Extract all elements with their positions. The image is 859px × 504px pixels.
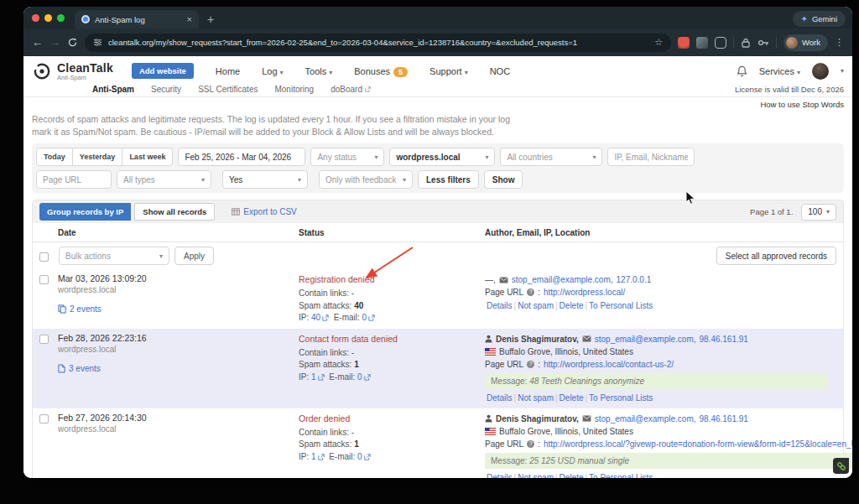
status-select[interactable]: Any status▾ [310,148,384,166]
back-icon[interactable]: ← [32,36,43,49]
close-window-button[interactable] [32,14,39,22]
url-text[interactable]: cleantalk.org/my/show_requests?start_fro… [108,38,648,47]
stop-words-help-link[interactable]: How to use Stop Words [760,100,844,109]
tab-monitoring[interactable]: Monitoring [274,85,314,94]
page-size-select[interactable]: 100▾ [801,204,836,221]
address-bar[interactable]: cleantalk.org/my/show_requests?start_fro… [85,34,671,52]
record-email-link[interactable]: stop_email@example.com, [595,413,696,425]
export-csv-link[interactable]: Export to CSV [232,207,296,216]
events-link[interactable]: 3 events [58,364,299,373]
nav-home[interactable]: Home [216,66,240,76]
tab-close-icon[interactable]: × [187,14,192,24]
today-button[interactable]: Today [36,148,73,166]
record-ip-link[interactable]: 98.46.161.91 [700,333,748,346]
extensions-puzzle-icon[interactable] [715,37,726,49]
email-records-link[interactable]: 0 [362,312,376,325]
bulk-actions-select[interactable]: Bulk actions▾ [59,247,169,265]
bookmark-star-icon[interactable]: ☆ [654,37,663,48]
site-settings-icon[interactable] [93,38,102,47]
details-link[interactable]: Details [487,393,513,403]
reload-icon[interactable] [67,37,78,48]
website-select[interactable]: wordpress.local▾ [389,148,495,166]
tab-security[interactable]: Security [151,85,181,94]
help-icon[interactable]: ? [527,288,534,296]
record-page-url-link[interactable]: http://wordpress.local/contact-us-2/ [544,358,674,371]
delete-link[interactable]: Delete [560,393,584,403]
row-checkbox[interactable] [39,335,49,344]
browser-profile-button[interactable]: Work [784,34,828,51]
user-avatar[interactable] [812,63,829,80]
page-url-input[interactable]: Page URL [36,170,112,189]
record-email-link[interactable]: stop_email@example.com, [512,273,613,286]
email-records-link[interactable]: 0 [357,372,371,384]
cleantalk-logo[interactable]: CleanTalk Anti-Spam [32,61,113,81]
ip-records-link[interactable]: 40 [311,312,329,325]
extension-icon[interactable] [696,37,708,49]
maximize-window-button[interactable] [57,14,65,22]
new-tab-button[interactable]: + [207,13,214,29]
record-page-url-link[interactable]: http://wordpress.local/ [544,286,625,299]
external-link-icon [318,374,325,381]
window-controls[interactable] [30,7,70,29]
nav-support[interactable]: Support▾ [430,66,468,76]
services-menu[interactable]: Services ▾ [759,66,800,76]
chevron-down-icon[interactable]: ▾ [841,67,844,75]
less-filters-button[interactable]: Less filters [418,170,479,189]
row-checkbox[interactable] [39,275,49,284]
tab-ssl-certificates[interactable]: SSL Certificates [198,85,258,94]
tab-doboard[interactable]: doBoard [331,85,371,94]
us-flag-icon [485,348,496,356]
ip-records-link[interactable]: 1 [311,451,325,464]
row-checkbox[interactable] [39,414,49,423]
browser-menu-icon[interactable]: ⋮ [835,37,844,48]
email-records-link[interactable]: 0 [357,451,371,464]
date-range-input[interactable]: Feb 25, 2026 - Mar 04, 2026 [178,148,305,166]
browser-tab[interactable]: Anti-Spam log × [75,10,199,29]
feedback-select[interactable]: Only with feedback▾ [319,170,413,189]
record-ip-link[interactable]: 98.46.161.91 [700,413,748,425]
show-button[interactable]: Show [484,170,523,189]
ip-email-nickname-input[interactable]: IP, Email, Nickname [607,148,695,166]
country-select[interactable]: All countries▾ [500,148,602,166]
spam-only-select[interactable]: Yes▾ [222,170,308,189]
details-link[interactable]: Details [487,473,513,478]
nav-noc[interactable]: NOC [490,66,510,76]
minimize-window-button[interactable] [44,14,52,22]
select-all-approved-button[interactable]: Select all approved records [716,247,836,265]
details-link[interactable]: Details [487,301,513,310]
not-spam-link[interactable]: Not spam [518,393,554,403]
last-week-button[interactable]: Last week [122,148,173,166]
password-key-icon[interactable] [757,39,769,47]
to-personal-lists-link[interactable]: To Personal Lists [589,393,653,403]
record-page-url-link[interactable]: http://wordpress.local/?givewp-route=don… [544,438,852,450]
lock-badge-icon[interactable] [741,38,751,48]
forward-icon[interactable]: → [49,36,60,49]
help-icon[interactable]: ? [527,440,534,448]
record-email-link[interactable]: stop_email@example.com, [595,333,696,346]
apply-button[interactable]: Apply [174,247,214,265]
extension-icon[interactable] [678,37,690,49]
group-by-ip-button[interactable]: Group records by IP [39,203,131,221]
password-manager-badge[interactable] [833,458,849,474]
add-website-button[interactable]: Add website [132,63,194,79]
record-ip-link[interactable]: 127.0.0.1 [617,273,652,286]
types-select[interactable]: All types▾ [117,170,211,189]
delete-link[interactable]: Delete [560,473,584,478]
help-icon[interactable]: ? [527,361,534,368]
not-spam-link[interactable]: Not spam [518,473,554,478]
delete-link[interactable]: Delete [560,301,584,310]
nav-tools[interactable]: Tools▾ [305,66,333,76]
notifications-bell-icon[interactable] [737,65,747,77]
select-all-checkbox[interactable] [39,252,49,262]
not-spam-link[interactable]: Not spam [518,301,554,310]
show-all-records-button[interactable]: Show all records [134,203,215,221]
gemini-button[interactable]: ✦ Gemini [793,11,846,27]
to-personal-lists-link[interactable]: To Personal Lists [589,473,653,478]
nav-log[interactable]: Log▾ [262,66,283,76]
tab-anti-spam[interactable]: Anti-Spam [92,85,134,94]
ip-records-link[interactable]: 1 [311,372,325,384]
to-personal-lists-link[interactable]: To Personal Lists [589,301,653,310]
yesterday-button[interactable]: Yesterday [73,148,123,166]
nav-bonuses[interactable]: Bonuses5 [354,66,408,76]
events-link[interactable]: 2 events [58,304,299,314]
